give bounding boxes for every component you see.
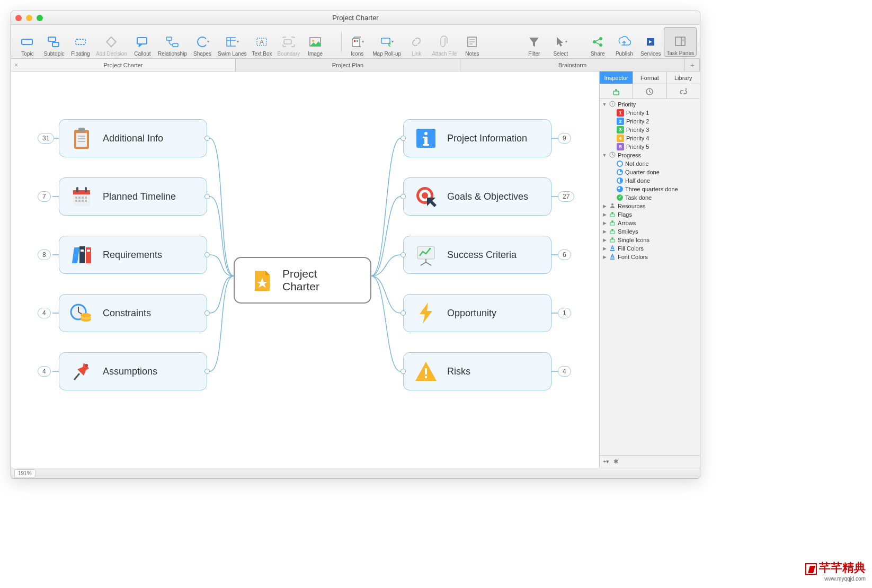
toolbar-floating-button[interactable]: Floating [67,27,94,57]
doc-tab[interactable]: ×Project Charter [11,59,236,71]
svg-rect-48 [82,197,84,199]
child-count-pill[interactable]: 4 [38,308,51,318]
expand-port[interactable] [204,369,210,374]
inspector-tab-inspector[interactable]: Inspector [600,72,633,84]
tree-item[interactable]: Not done [600,159,700,168]
child-count-pill[interactable]: 6 [558,250,571,260]
inspector-tab-library[interactable]: Library [667,72,700,84]
svg-rect-54 [72,247,79,263]
tree-group-priority[interactable]: ▼!Priority [600,100,700,109]
tree-group-single[interactable]: ▶Single Icons [600,236,700,244]
binders-icon [69,242,94,268]
left-node-2[interactable]: Requirements [59,236,207,274]
svg-rect-52 [82,200,84,202]
toolbar-callout-button[interactable]: Callout [129,27,156,57]
tree-group-resources[interactable]: ▶Resources [600,202,700,210]
close-tab-icon[interactable]: × [14,61,18,69]
right-node-4[interactable]: Risks [403,352,551,390]
relationship-icon [165,35,179,49]
toolbar-icons-button[interactable]: ▾Icons [344,27,370,57]
expand-port[interactable] [204,252,210,257]
toolbar-publish-button[interactable]: Publish [611,27,637,57]
markers-mode-icon[interactable] [600,84,633,99]
svg-line-76 [421,262,426,265]
add-tab-button[interactable]: + [685,59,700,71]
child-count-pill[interactable]: 4 [558,366,571,377]
zoom-level[interactable]: 191% [14,469,35,477]
svg-rect-55 [79,246,85,263]
toolbar-boundary-button[interactable]: Boundary [275,27,302,57]
toolbar-link-button[interactable]: Link [403,27,430,57]
toolbar-topic-button[interactable]: Topic [14,27,41,57]
center-node[interactable]: Project Charter [234,257,371,304]
expand-port[interactable] [204,136,210,141]
tree-group-fill[interactable]: ▶Fill Colors [600,244,700,253]
tree-item[interactable]: 2Priority 2 [600,117,700,126]
mindmap-canvas[interactable]: Project CharterAdditional Info31Planned … [11,72,599,468]
toolbar-attach-button[interactable]: Attach File [430,27,459,57]
left-node-0[interactable]: Additional Info [59,119,207,157]
left-node-3[interactable]: Constraints [59,294,207,332]
task-info-mode-icon[interactable] [633,84,666,99]
toolbar-subtopic-button[interactable]: Subtopic [41,27,67,57]
svg-line-64 [74,373,79,380]
toolbar-filter-button[interactable]: Filter [521,27,547,57]
expand-port[interactable] [401,194,406,199]
tree-item[interactable]: Task done [600,193,700,202]
tree-group-smileys[interactable]: ▶Smileys [600,227,700,236]
child-count-pill[interactable]: 27 [558,191,574,202]
toolbar-decision-button[interactable]: Add Decision [94,27,129,57]
clock-coins-icon [69,300,94,326]
svg-text:A: A [260,39,264,46]
doc-tab[interactable]: Brainstorm [460,59,685,71]
child-count-pill[interactable]: 9 [558,133,571,144]
toolbar-rollup-button[interactable]: ▾Map Roll-up [370,27,403,57]
right-node-1[interactable]: Goals & Objectives [403,177,551,216]
expand-port[interactable] [401,369,406,374]
tree-group-arrows[interactable]: ▶Arrows [600,219,700,227]
expand-port[interactable] [401,252,406,257]
tree-item[interactable]: Three quarters done [600,185,700,193]
tree-item[interactable]: 1Priority 1 [600,109,700,117]
add-marker-button[interactable]: +▾ [603,458,609,465]
toolbar-services-button[interactable]: Services [637,27,664,57]
right-node-0[interactable]: Project Information [403,119,551,157]
toolbar-share-button[interactable]: Share [584,27,611,57]
child-count-pill[interactable]: 31 [38,133,54,144]
toolbar-notes-button[interactable]: Notes [459,27,485,57]
svg-rect-19 [357,40,358,42]
left-node-4[interactable]: Assumptions [59,352,207,390]
links-mode-icon[interactable] [667,84,700,99]
child-count-pill[interactable]: 4 [38,366,51,377]
toolbar-image-button[interactable]: Image [302,27,328,57]
tree-group-progress[interactable]: ▼Progress [600,151,700,159]
toolbar-select-button[interactable]: ▾Select [547,27,574,57]
inspector-tab-format[interactable]: Format [633,72,666,84]
toolbar-textbox-button[interactable]: AText Box [248,27,275,57]
toolbar-relationship-button[interactable]: Relationship [156,27,189,57]
tree-item[interactable]: Quarter done [600,168,700,176]
right-node-3[interactable]: Opportunity [403,294,551,332]
right-node-2[interactable]: Success Criteria [403,236,551,274]
settings-button[interactable]: ✱ [613,458,618,465]
toolbar-shapes-button[interactable]: ▾Shapes [189,27,216,57]
child-count-pill[interactable]: 7 [38,191,51,202]
tree-item[interactable]: 4Priority 4 [600,134,700,142]
expand-port[interactable] [401,136,406,141]
left-node-1[interactable]: Planned Timeline [59,177,207,216]
tree-group-font[interactable]: ▶Font Colors [600,253,700,261]
child-count-pill[interactable]: 1 [558,308,571,318]
expand-port[interactable] [204,194,210,199]
doc-tab[interactable]: Project Plan [236,59,460,71]
expand-port[interactable] [401,310,406,316]
svg-rect-43 [73,190,90,194]
decision-icon [104,35,118,49]
tree-item[interactable]: 5Priority 5 [600,142,700,151]
toolbar-taskpanes-button[interactable]: Task Panes [664,27,697,57]
expand-port[interactable] [204,310,210,316]
tree-group-flags[interactable]: ▶Flags [600,210,700,219]
tree-item[interactable]: Half done [600,176,700,185]
toolbar-swimlanes-button[interactable]: ▾Swim Lanes [216,27,248,57]
child-count-pill[interactable]: 8 [38,250,51,260]
tree-item[interactable]: 3Priority 3 [600,126,700,134]
